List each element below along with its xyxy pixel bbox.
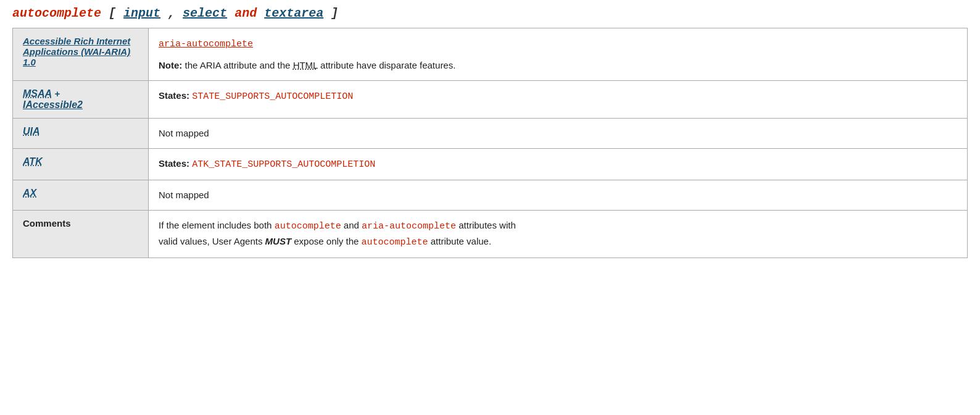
table-row-uia: UIA Not mapped <box>13 119 968 149</box>
table-row-atk: ATK States: ATK_STATE_SUPPORTS_AUTOCOMPL… <box>13 149 968 180</box>
comments-text1: If the element includes both <box>159 220 275 230</box>
header-input-link[interactable]: input <box>123 6 160 20</box>
aria-label-cell: Accessible Rich Internet Applications (W… <box>13 28 149 81</box>
atk-content-cell: States: ATK_STATE_SUPPORTS_AUTOCOMPLETIO… <box>149 149 968 180</box>
msaa-link[interactable]: MSAA <box>23 88 52 99</box>
header-autocomplete: autocomplete <box>12 6 101 20</box>
table-row-aria: Accessible Rich Internet Applications (W… <box>13 28 968 81</box>
msaa-state-value: STATE_SUPPORTS_AUTOCOMPLETION <box>192 91 353 102</box>
msaa-plus: + <box>54 88 60 99</box>
states-label-msaa: States: <box>159 90 189 101</box>
table-row-ax: AX Not mapped <box>13 180 968 211</box>
atk-state-value: ATK_STATE_SUPPORTS_AUTOCOMPLETION <box>192 159 375 170</box>
ax-not-mapped: Not mapped <box>159 190 209 200</box>
uia-label-cell: UIA <box>13 119 149 149</box>
note-text2: attribute have disparate features. <box>320 60 455 70</box>
page-header: autocomplete [ input , select and textar… <box>12 6 968 20</box>
uia-link[interactable]: UIA <box>23 126 40 136</box>
comments-text4: valid values, User Agents <box>159 236 265 246</box>
table-row-msaa: MSAA + IAccessible2 States: STATE_SUPPOR… <box>13 81 968 119</box>
uia-not-mapped: Not mapped <box>159 128 209 138</box>
comments-aria-autocomplete: aria-autocomplete <box>362 221 456 232</box>
header-textarea-link[interactable]: textarea <box>264 6 323 20</box>
aria-content-cell: aria-autocomplete Note: the ARIA attribu… <box>149 28 968 81</box>
comments-autocomplete1: autocomplete <box>275 221 341 232</box>
comments-label-cell: Comments <box>13 211 149 258</box>
comments-content-cell: If the element includes both autocomplet… <box>149 211 968 258</box>
ax-label-cell: AX <box>13 180 149 211</box>
aria-note: Note: the ARIA attribute and the HTML at… <box>159 58 957 73</box>
header-bracket-close: ] <box>331 6 338 20</box>
header-select-link[interactable]: select <box>183 6 227 20</box>
comments-text5: expose only the <box>294 236 361 246</box>
comments-text3: attributes with <box>459 220 516 230</box>
ax-content-cell: Not mapped <box>149 180 968 211</box>
comments-label: Comments <box>23 218 71 228</box>
comments-must: MUST <box>265 236 292 246</box>
iaccessible2-link[interactable]: IAccessible2 <box>23 99 83 110</box>
uia-content-cell: Not mapped <box>149 119 968 149</box>
aria-autocomplete-link[interactable]: aria-autocomplete <box>159 39 253 49</box>
atk-label-cell: ATK <box>13 149 149 180</box>
note-text: the ARIA attribute and the <box>185 60 293 70</box>
note-bold: Note: <box>159 60 182 70</box>
ax-link[interactable]: AX <box>23 188 36 198</box>
header-and: and <box>235 6 264 20</box>
comments-text2: and <box>344 220 362 230</box>
main-table: Accessible Rich Internet Applications (W… <box>12 28 968 258</box>
header-comma1: , <box>168 6 183 20</box>
aria-code-link[interactable]: aria-autocomplete <box>159 36 957 52</box>
comments-text6: attribute value. <box>431 236 491 246</box>
table-row-comments: Comments If the element includes both au… <box>13 211 968 258</box>
comments-autocomplete2: autocomplete <box>362 237 428 248</box>
msaa-label-cell: MSAA + IAccessible2 <box>13 81 149 119</box>
msaa-content-cell: States: STATE_SUPPORTS_AUTOCOMPLETION <box>149 81 968 119</box>
states-label-atk: States: <box>159 158 189 169</box>
html-abbr: HTML <box>293 60 318 70</box>
atk-link[interactable]: ATK <box>23 156 43 167</box>
aria-link[interactable]: Accessible Rich Internet Applications (W… <box>23 36 130 67</box>
header-bracket-open: [ <box>109 6 123 20</box>
